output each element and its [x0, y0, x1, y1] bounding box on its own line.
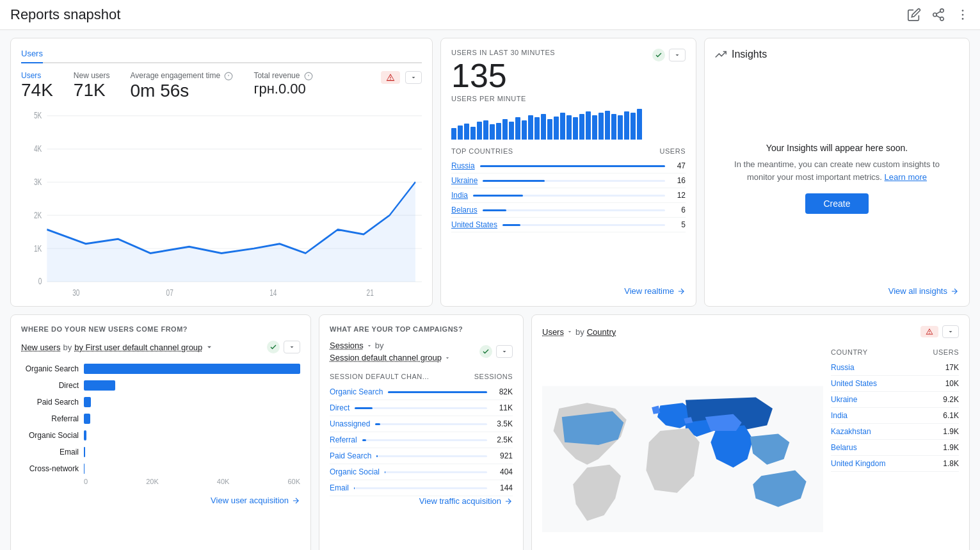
- hbar-fill: [84, 380, 115, 391]
- geo-list: Russia 17K United States 10K Ukraine 9.2…: [831, 360, 959, 472]
- session-name[interactable]: Direct: [330, 403, 349, 412]
- svg-point-1: [933, 13, 937, 17]
- hbar-label: Email: [21, 448, 79, 457]
- geo-name[interactable]: United Kingdom: [831, 459, 885, 468]
- session-bar-wrap: [388, 391, 487, 393]
- geo-table-header: COUNTRY USERS: [831, 348, 959, 356]
- line-chart-area: 5K 4K 3K 2K 1K 0 30 Apr 07 May 14 2: [21, 106, 422, 296]
- country-bar: [480, 165, 665, 167]
- svg-point-7: [962, 18, 964, 20]
- geo-name[interactable]: Belarus: [831, 443, 857, 452]
- svg-text:0: 0: [38, 276, 42, 286]
- create-button[interactable]: Create: [805, 193, 868, 214]
- session-row: Referral 2.5K: [330, 432, 513, 448]
- session-bar-wrap: [385, 471, 487, 473]
- geo-badge-controls: [920, 325, 959, 338]
- acquisition-filter-label: New users by by First user default chann…: [21, 343, 214, 352]
- hbar-row: Paid Search: [21, 397, 300, 407]
- country-name[interactable]: Russia: [451, 161, 475, 170]
- country-bar-wrap: [480, 165, 665, 167]
- edit-icon[interactable]: [907, 8, 921, 22]
- mini-bar: [515, 117, 520, 140]
- mini-bar: [637, 109, 642, 140]
- hbar-axis-label: 0: [84, 478, 88, 485]
- row1: Users Users 74K New users 71K Average en…: [10, 38, 970, 307]
- learn-more-link[interactable]: Learn more: [885, 172, 927, 182]
- hbar-axis-label: 20K: [146, 478, 159, 485]
- svg-text:4K: 4K: [34, 143, 42, 154]
- hbar-track: [84, 430, 300, 441]
- acq-success-badge: [267, 341, 280, 353]
- hbar-fill: [84, 414, 90, 424]
- country-value: 6: [670, 206, 686, 214]
- mini-bar: [534, 117, 540, 140]
- geo-value: 1.9K: [943, 443, 959, 452]
- mini-bar: [483, 120, 488, 140]
- geo-name[interactable]: United States: [831, 379, 877, 388]
- mini-bar: [464, 124, 469, 140]
- hbar-track: [84, 414, 300, 424]
- view-all-insights-link[interactable]: View all insights: [715, 286, 959, 296]
- engagement-value: 0m 56s: [131, 81, 234, 101]
- geo-name[interactable]: Ukraine: [831, 395, 857, 404]
- channel-dropdown-icon[interactable]: [444, 355, 451, 361]
- geo-name[interactable]: Russia: [831, 363, 855, 372]
- session-bar-wrap: [355, 407, 487, 409]
- view-acquisition-link[interactable]: View user acquisition: [21, 496, 300, 505]
- engagement-label: Average engagement time: [131, 71, 234, 81]
- view-realtime-link[interactable]: View realtime: [451, 286, 686, 296]
- geo-name[interactable]: India: [831, 411, 847, 420]
- country-name[interactable]: Belarus: [451, 206, 478, 214]
- session-bar: [375, 423, 380, 425]
- users-tab[interactable]: Users: [21, 49, 43, 63]
- session-bar: [376, 455, 378, 457]
- geo-name[interactable]: Kazakhstan: [831, 427, 871, 436]
- revenue-metric: Total revenue грн.0.00: [253, 71, 312, 97]
- acquisition-section-title: WHERE DO YOUR NEW USERS COME FROM?: [21, 325, 300, 333]
- realtime-header: USERS IN LAST 30 MINUTES 135: [451, 49, 686, 95]
- more-icon[interactable]: [956, 8, 970, 22]
- country-name[interactable]: Ukraine: [451, 176, 478, 185]
- insights-title: Insights: [732, 49, 767, 60]
- mini-bar: [502, 119, 508, 140]
- countries-header: TOP COUNTRIES USERS: [451, 147, 686, 155]
- svg-point-6: [962, 14, 964, 16]
- session-name[interactable]: Email: [330, 483, 349, 492]
- country-bar: [502, 224, 520, 226]
- realtime-sub-label: USERS PER MINUTE: [451, 95, 686, 102]
- filter-dropdown-icon[interactable]: [205, 343, 214, 352]
- session-name[interactable]: Referral: [330, 435, 357, 444]
- view-campaigns-link[interactable]: View traffic acquisition: [330, 496, 513, 506]
- session-value: 404: [492, 467, 513, 476]
- sessions-dropdown-icon[interactable]: [366, 343, 373, 349]
- session-name[interactable]: Organic Search: [330, 387, 383, 396]
- share-icon[interactable]: [931, 8, 945, 22]
- mini-bar: [566, 115, 572, 140]
- svg-line-4: [936, 12, 940, 14]
- country-row: Ukraine 16: [451, 174, 686, 188]
- warning-badge: [381, 71, 400, 84]
- session-name[interactable]: Paid Search: [330, 451, 371, 460]
- header-actions: [907, 8, 970, 22]
- acq-dropdown[interactable]: [284, 341, 300, 353]
- mini-bar: [611, 114, 616, 140]
- geo-value: 17K: [945, 363, 959, 372]
- mini-bar: [618, 115, 623, 140]
- camp-dropdown[interactable]: [496, 345, 513, 358]
- session-row: Organic Social 404: [330, 464, 513, 480]
- geo-value: 1.9K: [943, 427, 959, 436]
- mini-bar: [554, 117, 559, 140]
- session-name[interactable]: Organic Social: [330, 467, 380, 476]
- users-value: 74K: [21, 80, 53, 101]
- mini-bar: [490, 124, 495, 140]
- geo-dropdown[interactable]: [942, 325, 959, 338]
- session-value: 3.5K: [492, 419, 513, 428]
- geo-users-dropdown-icon[interactable]: [566, 328, 573, 335]
- svg-line-3: [936, 15, 940, 18]
- country-name[interactable]: United States: [451, 220, 497, 229]
- country-name[interactable]: India: [451, 191, 468, 200]
- revenue-dropdown[interactable]: [405, 71, 422, 84]
- realtime-dropdown[interactable]: [669, 49, 686, 61]
- session-value: 11K: [492, 403, 513, 412]
- session-name[interactable]: Unassigned: [330, 419, 370, 428]
